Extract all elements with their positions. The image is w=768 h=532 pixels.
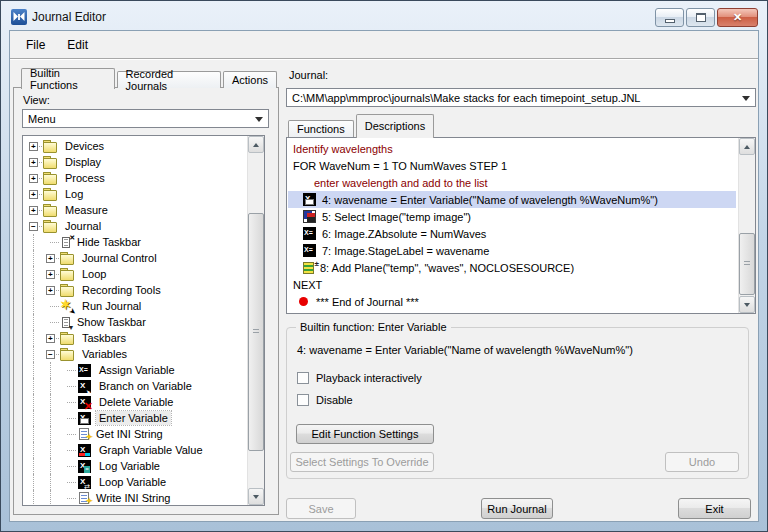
tree-item-graph-variable-value[interactable]: Graph Variable Value	[25, 442, 245, 458]
menu-edit[interactable]: Edit	[67, 38, 88, 52]
tree-item-display[interactable]: +Display	[25, 154, 245, 170]
playback-interactively-checkbox-row: Playback interactively	[297, 372, 422, 384]
tree-item-run-journal[interactable]: Run Journal	[25, 298, 245, 314]
journal-step[interactable]: 5: Select Image("temp image")	[288, 208, 736, 225]
folder-icon	[43, 204, 58, 217]
scroll-down-button[interactable]	[739, 296, 755, 313]
run-journal-button[interactable]: Run Journal	[481, 498, 553, 519]
journal-steps-list: Identify wavelengthsFOR WaveNum = 1 TO N…	[286, 137, 756, 314]
exit-button[interactable]: Exit	[678, 498, 751, 519]
tab-actions[interactable]: Actions	[223, 71, 277, 88]
tree-item-label: Hide Taskbar	[74, 235, 144, 249]
tree-item-variables[interactable]: −Variables	[25, 346, 245, 362]
delete-variable-icon	[78, 396, 91, 409]
tree-items: +Devices+Display+Process+Log+Measure−Jou…	[25, 138, 245, 504]
tree-item-loop[interactable]: +Loop	[25, 266, 245, 282]
journal-step[interactable]: enter wavelength and add to the list	[288, 174, 736, 191]
tree-item-show-taskbar[interactable]: Show Taskbar	[25, 314, 245, 330]
tab-descriptions[interactable]: Descriptions	[356, 114, 435, 138]
collapse-icon[interactable]: −	[29, 222, 38, 231]
close-icon: ✕	[733, 12, 742, 23]
journal-step-text: FOR WaveNum = 1 TO NumWaves STEP 1	[293, 160, 507, 172]
builtin-function-group: Builtin function: Enter Variable 4: wave…	[286, 327, 749, 479]
tree-item-enter-variable[interactable]: Enter Variable	[25, 410, 245, 426]
tree-item-label: Write INI String	[93, 491, 173, 504]
folder-icon	[43, 172, 58, 185]
journal-step[interactable]: 6: Image.ZAbsolute = NumWaves	[288, 225, 736, 242]
collapse-icon[interactable]: −	[46, 350, 55, 359]
tree-item-assign-variable[interactable]: Assign Variable	[25, 362, 245, 378]
tree-item-branch-on-variable[interactable]: Branch on Variable	[25, 378, 245, 394]
expand-icon[interactable]: +	[29, 206, 38, 215]
tree-item-delete-variable[interactable]: Delete Variable	[25, 394, 245, 410]
tree-item-loop-variable[interactable]: Loop Variable	[25, 474, 245, 490]
tree-item-label: Variables	[79, 347, 130, 361]
tab-recorded-journals[interactable]: Recorded Journals	[117, 71, 221, 88]
journal-step-text: enter wavelength and add to the list	[314, 177, 488, 189]
minimize-button[interactable]	[655, 8, 684, 27]
list-scrollbar[interactable]	[738, 138, 755, 313]
enter-variable-icon	[78, 412, 91, 425]
scroll-up-button[interactable]	[739, 138, 755, 155]
scroll-thumb[interactable]	[248, 213, 264, 451]
builtin-functions-page: View: Menu +Devices+Display+Process+Log+…	[13, 87, 279, 515]
branch-variable-icon	[78, 380, 91, 393]
assign-variable-icon	[303, 244, 316, 257]
tree-item-journal[interactable]: −Journal	[25, 218, 245, 234]
tree-scrollbar[interactable]	[247, 136, 264, 505]
menu-file[interactable]: File	[26, 38, 45, 52]
expand-icon[interactable]: +	[29, 174, 38, 183]
scroll-track[interactable]	[248, 153, 264, 488]
close-button[interactable]: ✕	[717, 8, 758, 27]
playback-interactively-checkbox[interactable]	[297, 372, 309, 384]
tree-item-get-ini-string[interactable]: Get INI String	[25, 426, 245, 442]
tree-item-label: Display	[62, 155, 104, 169]
view-dropdown[interactable]: Menu	[22, 109, 269, 128]
tab-functions[interactable]: Functions	[288, 120, 354, 137]
tree-item-label: Graph Variable Value	[96, 443, 206, 457]
journal-step[interactable]: Identify wavelengths	[288, 140, 736, 157]
tree-item-process[interactable]: +Process	[25, 170, 245, 186]
expand-icon[interactable]: +	[46, 254, 55, 263]
tree-item-log-variable[interactable]: Log Variable	[25, 458, 245, 474]
journal-step[interactable]: FOR WaveNum = 1 TO NumWaves STEP 1	[288, 157, 736, 174]
journal-step[interactable]: 8: Add Plane("temp", "waves", NOCLOSESOU…	[288, 259, 736, 276]
expand-icon[interactable]: +	[29, 142, 38, 151]
tree-item-taskbars[interactable]: +Taskbars	[25, 330, 245, 346]
journal-step[interactable]: 4: wavename = Enter Variable("Name of wa…	[288, 191, 736, 208]
journal-step-text: *** End of Journal ***	[316, 296, 419, 308]
tree-item-journal-control[interactable]: +Journal Control	[25, 250, 245, 266]
tree-item-recording-tools[interactable]: +Recording Tools	[25, 282, 245, 298]
tab-builtin-functions[interactable]: Builtin Functions	[21, 68, 115, 89]
tree-item-hide-taskbar[interactable]: Hide Taskbar	[25, 234, 245, 250]
tree-item-label: Get INI String	[93, 427, 166, 441]
journal-step[interactable]: 7: Image.StageLabel = wavename	[288, 242, 736, 259]
disable-checkbox[interactable]	[297, 394, 309, 406]
maximize-button[interactable]	[686, 8, 715, 27]
titlebar[interactable]: Journal Editor ✕	[3, 3, 765, 30]
scroll-thumb[interactable]	[739, 233, 755, 295]
tree-item-write-ini-string[interactable]: Write INI String	[25, 490, 245, 504]
expand-icon[interactable]: +	[29, 158, 38, 167]
tree-item-devices[interactable]: +Devices	[25, 138, 245, 154]
left-panel: Builtin FunctionsRecorded JournalsAction…	[13, 67, 279, 515]
select-settings-to-override-button: Select Settings To Override	[290, 452, 434, 472]
tree-item-label: Show Taskbar	[74, 315, 149, 329]
app-icon	[11, 9, 27, 25]
expand-icon[interactable]: +	[29, 190, 38, 199]
expand-icon[interactable]: +	[46, 334, 55, 343]
tree-item-measure[interactable]: +Measure	[25, 202, 245, 218]
expand-icon[interactable]: +	[46, 270, 55, 279]
chevron-down-icon	[742, 96, 750, 105]
edit-function-settings-button[interactable]: Edit Function Settings	[296, 424, 434, 444]
tree-item-label: Enter Variable	[96, 411, 171, 425]
journal-step[interactable]: *** End of Journal ***	[288, 293, 736, 310]
scroll-down-button[interactable]	[248, 488, 264, 505]
tree-item-log[interactable]: +Log	[25, 186, 245, 202]
scroll-up-button[interactable]	[248, 136, 264, 153]
expand-icon[interactable]: +	[46, 286, 55, 295]
journal-step[interactable]: NEXT	[288, 276, 736, 293]
scroll-track[interactable]	[739, 155, 755, 296]
journal-path-dropdown[interactable]: C:\MM\app\mmproc\journals\Make stacks fo…	[286, 88, 756, 107]
tree-item-label: Loop	[79, 267, 109, 281]
